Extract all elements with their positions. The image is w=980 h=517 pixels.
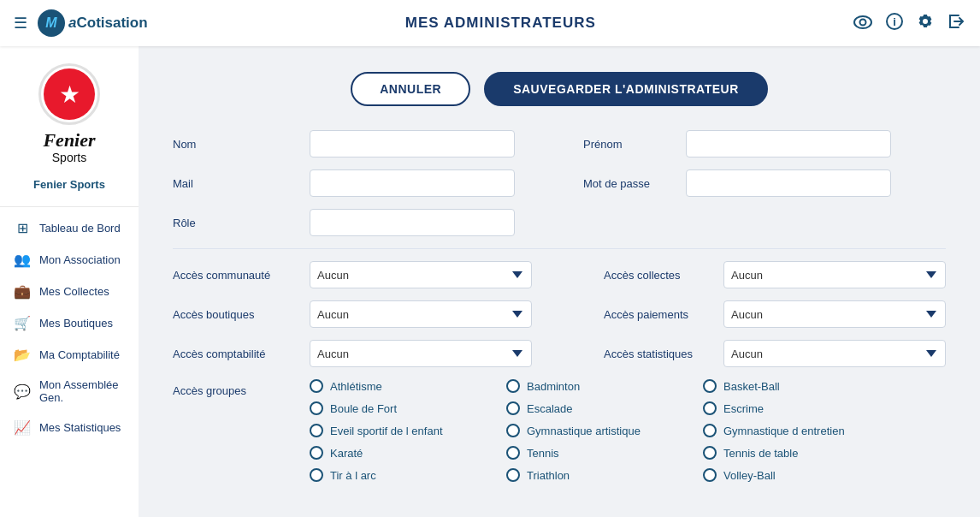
sidebar-logo-inner: ★ bbox=[44, 68, 95, 120]
sidebar-item-association[interactable]: 👥 Mon Association bbox=[0, 244, 139, 276]
sport-item[interactable]: Gymnastique d entretien bbox=[703, 424, 891, 437]
settings-icon[interactable] bbox=[917, 13, 934, 34]
sidebar-item-comptabilite[interactable]: 📂 Ma Comptabilité bbox=[0, 339, 139, 371]
sidebar-item-tableau[interactable]: ⊞ Tableau de Bord bbox=[0, 212, 139, 244]
sport-radio[interactable] bbox=[506, 401, 520, 415]
logout-icon[interactable] bbox=[948, 13, 966, 34]
sport-radio[interactable] bbox=[506, 379, 520, 393]
comptabilite-statistiques-row: Accès comptabilité AucunLectureÉcritureA… bbox=[173, 340, 946, 367]
sport-item[interactable]: Badminton bbox=[506, 379, 694, 393]
sport-radio[interactable] bbox=[506, 424, 520, 437]
association-icon: 👥 bbox=[14, 252, 31, 268]
sport-item[interactable]: Athlétisme bbox=[310, 379, 498, 393]
sauvegarder-button[interactable]: SAUVEGARDER L'ADMINISTRATEUR bbox=[484, 72, 768, 106]
sidebar-brand-link[interactable]: Fenier Sports bbox=[33, 178, 105, 191]
sidebar-item-label-association: Mon Association bbox=[39, 253, 121, 266]
sidebar-item-label-comptabilite: Ma Comptabilité bbox=[39, 348, 120, 361]
role-input[interactable] bbox=[310, 209, 515, 236]
sport-item[interactable]: Tennis de table bbox=[703, 446, 891, 460]
main-content: ANNULER SAUVEGARDER L'ADMINISTRATEUR Nom… bbox=[139, 46, 980, 517]
form-section: Nom Prénom Mail Mot de passe Rôle bbox=[173, 130, 946, 482]
sport-item[interactable]: Escrime bbox=[703, 401, 891, 415]
acces-comptabilite-select[interactable]: AucunLectureÉcritureAdmin bbox=[310, 340, 532, 367]
sport-radio[interactable] bbox=[506, 446, 520, 460]
sports-grid: AthlétismeBadmintonBasket-BallBoule de F… bbox=[310, 379, 946, 482]
sidebar-item-boutiques[interactable]: 🛒 Mes Boutiques bbox=[0, 307, 139, 339]
navbar: ☰ M aCotisation MES ADMINISTRATEURS i bbox=[0, 0, 980, 46]
acces-communaute-select[interactable]: AucunLectureÉcritureAdmin bbox=[310, 261, 532, 288]
boutiques-icon: 🛒 bbox=[14, 315, 31, 331]
logo-text: aCotisation bbox=[68, 15, 148, 32]
sport-radio[interactable] bbox=[310, 424, 323, 437]
sport-item[interactable]: Boule de Fort bbox=[310, 401, 498, 415]
menu-icon[interactable]: ☰ bbox=[14, 14, 27, 33]
acces-groupes-section: Accès groupes AthlétismeBadmintonBasket-… bbox=[173, 379, 946, 482]
sport-item[interactable]: Triathlon bbox=[506, 468, 694, 482]
brand-name: Fenier bbox=[43, 130, 95, 151]
acces-communaute-label: Accès communauté bbox=[173, 269, 310, 282]
action-buttons: ANNULER SAUVEGARDER L'ADMINISTRATEUR bbox=[173, 72, 946, 106]
sidebar-item-collectes[interactable]: 💼 Mes Collectes bbox=[0, 276, 139, 307]
svg-text:i: i bbox=[893, 15, 896, 28]
acces-paiements-label: Accès paiements bbox=[604, 308, 723, 321]
acces-boutiques-select[interactable]: AucunLectureÉcritureAdmin bbox=[310, 300, 532, 328]
sport-item[interactable]: Eveil sportif de l enfant bbox=[310, 424, 498, 437]
prenom-input[interactable] bbox=[686, 130, 891, 157]
sport-item[interactable]: Tennis bbox=[506, 446, 694, 460]
sport-label: Athlétisme bbox=[330, 380, 382, 393]
acces-collectes-label: Accès collectes bbox=[604, 269, 723, 282]
sidebar-item-label-assemblee: Mon Assemblée Gen. bbox=[39, 378, 125, 404]
acces-collectes-select[interactable]: AucunLectureÉcritureAdmin bbox=[723, 261, 946, 288]
sport-label: Tir à l arc bbox=[330, 469, 376, 482]
acces-statistiques-select[interactable]: AucunLectureÉcritureAdmin bbox=[723, 340, 946, 367]
boutiques-paiements-row: Accès boutiques AucunLectureÉcritureAdmi… bbox=[173, 300, 946, 328]
sidebar-nav: ⊞ Tableau de Bord 👥 Mon Association 💼 Me… bbox=[0, 212, 139, 443]
prenom-label: Prénom bbox=[583, 138, 686, 151]
sport-item[interactable]: Tir à l arc bbox=[310, 468, 498, 482]
sport-radio[interactable] bbox=[310, 446, 323, 460]
sidebar-item-statistiques[interactable]: 📈 Mes Statistiques bbox=[0, 412, 139, 443]
sidebar: ★ Fenier Sports Fenier Sports ⊞ Tableau … bbox=[0, 46, 139, 517]
sport-radio[interactable] bbox=[703, 446, 717, 460]
role-row: Rôle bbox=[173, 209, 946, 236]
sport-radio[interactable] bbox=[703, 401, 717, 415]
brand-sub: Sports bbox=[52, 151, 86, 164]
sidebar-item-assemblee[interactable]: 💬 Mon Assemblée Gen. bbox=[0, 371, 139, 412]
nom-input[interactable] bbox=[310, 130, 515, 157]
nom-label: Nom bbox=[173, 138, 310, 151]
sport-label: Tennis de table bbox=[723, 447, 798, 460]
mail-input[interactable] bbox=[310, 169, 515, 197]
acces-statistiques-label: Accès statistiques bbox=[604, 348, 723, 360]
acces-paiements-select[interactable]: AucunLectureÉcritureAdmin bbox=[723, 300, 946, 328]
sport-radio[interactable] bbox=[703, 468, 717, 482]
sport-label: Gymnastique artistique bbox=[527, 425, 641, 437]
sidebar-item-label-boutiques: Mes Boutiques bbox=[39, 317, 113, 330]
password-input[interactable] bbox=[686, 169, 891, 197]
sport-item[interactable]: Escalade bbox=[506, 401, 694, 415]
tableau-icon: ⊞ bbox=[14, 220, 31, 236]
sport-item[interactable]: Karaté bbox=[310, 446, 498, 460]
sidebar-item-label-statistiques: Mes Statistiques bbox=[39, 421, 121, 434]
sport-radio[interactable] bbox=[703, 424, 717, 437]
sport-radio[interactable] bbox=[310, 468, 323, 482]
sport-label: Karaté bbox=[330, 447, 363, 460]
section-separator bbox=[173, 248, 946, 249]
logo-circle: M bbox=[38, 9, 65, 37]
navbar-actions: i bbox=[853, 13, 966, 34]
sport-item[interactable]: Gymnastique artistique bbox=[506, 424, 694, 437]
sport-item[interactable]: Basket-Ball bbox=[703, 379, 891, 393]
navbar-logo: M aCotisation bbox=[38, 9, 148, 37]
sidebar-item-label-collectes: Mes Collectes bbox=[39, 285, 109, 298]
sport-radio[interactable] bbox=[703, 379, 717, 393]
eye-icon[interactable] bbox=[853, 14, 872, 33]
communaute-collectes-row: Accès communauté AucunLectureÉcritureAdm… bbox=[173, 261, 946, 288]
annuler-button[interactable]: ANNULER bbox=[351, 72, 470, 106]
sport-radio[interactable] bbox=[506, 468, 520, 482]
sport-item[interactable]: Volley-Ball bbox=[703, 468, 891, 482]
password-label: Mot de passe bbox=[583, 177, 686, 190]
info-icon[interactable]: i bbox=[886, 13, 903, 34]
sport-radio[interactable] bbox=[310, 379, 323, 393]
sport-radio[interactable] bbox=[310, 401, 323, 415]
sidebar-divider bbox=[0, 206, 139, 207]
nom-prenom-row: Nom Prénom bbox=[173, 130, 946, 157]
